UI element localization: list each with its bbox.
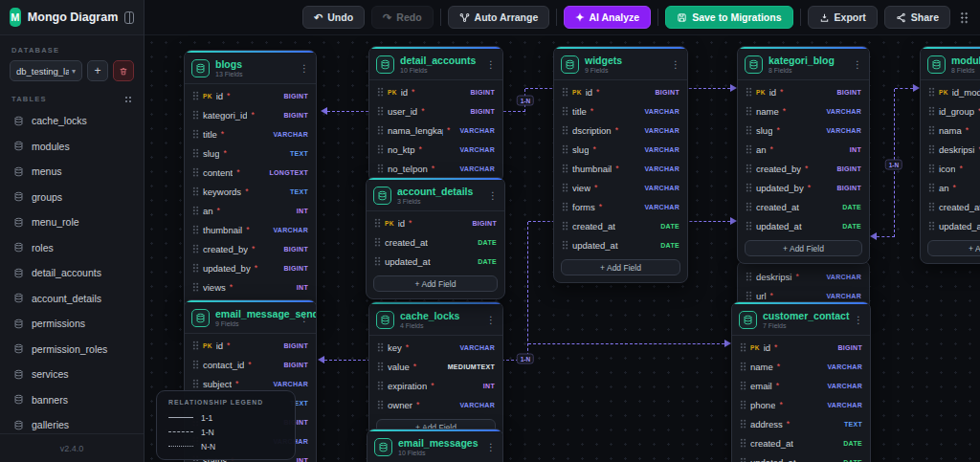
drag-handle-icon[interactable] — [192, 187, 199, 196]
field-row-updated_at[interactable]: updated_atDATE — [732, 452, 870, 462]
table-header[interactable]: widgets9 Fields⋮ — [554, 49, 687, 80]
drag-handle-icon[interactable] — [562, 87, 568, 97]
drag-handle-icon[interactable] — [740, 381, 746, 390]
ai-analyze-button[interactable]: ✦ AI Analyze — [564, 6, 651, 29]
field-row-created_by[interactable]: created_by*BIGINT — [185, 239, 316, 258]
field-row-an[interactable]: an* — [921, 178, 980, 197]
field-row-address[interactable]: address*TEXT — [732, 414, 870, 433]
sidebar-item-menu_role[interactable]: menu_role — [6, 214, 138, 230]
drag-handle-icon[interactable] — [746, 221, 752, 231]
database-select[interactable]: db_testing_lara ▾ — [10, 60, 82, 81]
sidebar-item-roles[interactable]: roles — [6, 240, 138, 255]
field-row-dscription[interactable]: dscription*VARCHAR — [554, 121, 687, 140]
drag-handle-icon[interactable] — [192, 360, 199, 369]
sidebar-item-permission_roles[interactable]: permission_roles — [6, 341, 138, 357]
drag-handle-icon[interactable] — [192, 206, 199, 215]
add-field-button[interactable]: + Add Field — [373, 275, 498, 292]
field-row-created_at[interactable]: created_atDATE — [367, 232, 504, 252]
table-header[interactable]: customer_contact7 Fields⋮ — [732, 304, 870, 336]
drag-handle-icon[interactable] — [928, 106, 935, 116]
drag-handle-icon[interactable] — [746, 125, 752, 135]
field-row-id[interactable]: PKid*BIGINT — [185, 336, 316, 355]
drag-handle-icon[interactable] — [192, 91, 199, 100]
field-row-contact_id[interactable]: contact_id*BIGINT — [185, 355, 316, 374]
field-row-id[interactable]: PKid*BIGINT — [185, 86, 316, 105]
diagram-table-blogs[interactable]: blogs13 Fields⋮PKid*BIGINTkategori_id*BI… — [184, 50, 317, 320]
sidebar-item-groups[interactable]: groups — [6, 189, 138, 205]
field-row-id[interactable]: PKid*BIGINT — [367, 213, 504, 232]
sidebar-item-banners[interactable]: banners — [6, 392, 138, 407]
field-row-id[interactable]: PKid*BIGINT — [738, 82, 869, 101]
field-row-created_at[interactable]: created_atDATE — [732, 433, 870, 452]
drag-handle-icon[interactable] — [377, 164, 384, 173]
field-row-name[interactable]: name*VARCHAR — [732, 357, 870, 376]
drag-handle-icon[interactable] — [377, 87, 384, 97]
share-button[interactable]: Share — [884, 6, 950, 29]
field-row-no_ktp[interactable]: no_ktp*VARCHAR — [369, 140, 502, 159]
drag-handle-icon[interactable] — [374, 237, 381, 247]
field-row-kategori_id[interactable]: kategori_id*BIGINT — [185, 105, 316, 124]
drag-handle-icon[interactable] — [740, 457, 746, 462]
diagram-table-email_messages[interactable]: email_messages10 Fields⋮ — [367, 429, 503, 462]
drag-handle-icon[interactable] — [928, 183, 935, 192]
field-row-created_at[interactable]: created_at — [921, 197, 980, 216]
drag-handle-icon[interactable] — [928, 144, 935, 154]
drag-handle-icon[interactable] — [192, 341, 199, 350]
drag-handle-icon[interactable] — [746, 164, 752, 173]
field-row-key[interactable]: key*VARCHAR — [369, 338, 502, 357]
drag-handle-icon[interactable] — [740, 419, 746, 429]
drag-handle-icon[interactable] — [740, 342, 746, 352]
sidebar-item-modules[interactable]: modules — [6, 139, 138, 154]
field-row-id[interactable]: PKid*BIGINT — [554, 82, 687, 101]
drag-handle-icon[interactable] — [192, 282, 199, 292]
drag-handle-icon[interactable] — [562, 125, 568, 135]
redo-button[interactable]: ↷ Redo — [371, 6, 433, 29]
field-row-id[interactable]: PKid*BIGINT — [369, 82, 502, 101]
sidebar-item-services[interactable]: services — [6, 366, 138, 382]
drag-handle-icon[interactable] — [746, 272, 752, 281]
table-menu-icon[interactable]: ⋮ — [486, 442, 496, 452]
drag-handle-icon[interactable] — [746, 106, 752, 116]
drag-handle-icon[interactable] — [192, 148, 199, 158]
field-row-view[interactable]: view*VARCHAR — [554, 178, 687, 197]
grid-view-icon[interactable] — [124, 96, 132, 103]
diagram-table-widgets[interactable]: widgets9 Fields⋮PKid*BIGINTtitle*VARCHAR… — [553, 46, 688, 283]
drag-handle-icon[interactable] — [740, 400, 746, 409]
drag-handle-icon[interactable] — [377, 125, 384, 135]
drag-handle-icon[interactable] — [377, 381, 384, 390]
field-row-id_module[interactable]: PKid_module — [921, 82, 980, 101]
field-row-nama_lengkap[interactable]: nama_lengkap*VARCHAR — [369, 121, 502, 140]
field-row-title[interactable]: title*VARCHAR — [185, 124, 316, 143]
sidebar-item-galleries[interactable]: galleries — [6, 417, 138, 432]
field-row-no_telpon[interactable]: no_telpon*VARCHAR — [369, 159, 502, 178]
diagram-canvas[interactable]: RELATIONSHIP LEGEND 1-1 1-N N-N deskrips… — [145, 35, 980, 462]
sidebar-item-cache_locks[interactable]: cache_locks — [6, 113, 138, 128]
table-menu-icon[interactable]: ⋮ — [853, 59, 862, 70]
drag-handle-icon[interactable] — [746, 183, 752, 192]
drag-handle-icon[interactable] — [740, 362, 746, 371]
apps-grid-icon[interactable] — [960, 11, 969, 24]
field-row-email[interactable]: email*VARCHAR — [732, 376, 870, 395]
field-row-an[interactable]: an*INT — [185, 201, 316, 220]
drag-handle-icon[interactable] — [928, 87, 935, 97]
diagram-table-detail_accounts[interactable]: detail_accounts10 Fields⋮PKid*BIGINTuser… — [368, 46, 503, 183]
field-row-created_at[interactable]: created_atDATE — [738, 197, 869, 216]
drag-handle-icon[interactable] — [377, 342, 384, 352]
table-menu-icon[interactable]: ⋮ — [486, 59, 496, 70]
export-button[interactable]: Export — [808, 6, 878, 29]
field-row-id_group[interactable]: id_group* — [921, 101, 980, 121]
diagram-table-modules[interactable]: modules8 Fields⋮PKid_moduleid_group*nama… — [920, 46, 980, 264]
drag-handle-icon[interactable] — [746, 144, 752, 154]
table-menu-icon[interactable]: ⋮ — [486, 315, 496, 325]
field-row-content[interactable]: content*LONGTEXT — [185, 163, 316, 182]
field-row-slug[interactable]: slug*VARCHAR — [554, 140, 687, 159]
drag-handle-icon[interactable] — [192, 244, 199, 253]
field-row-phone[interactable]: phone*VARCHAR — [732, 395, 870, 414]
table-header[interactable]: email_message_sending9 Fields⋮ — [185, 302, 316, 334]
field-row-updated_at[interactable]: updated_at — [921, 216, 980, 235]
drag-handle-icon[interactable] — [377, 400, 384, 409]
drag-handle-icon[interactable] — [562, 202, 568, 211]
table-header[interactable]: blogs13 Fields⋮ — [185, 53, 316, 84]
field-row-updated_at[interactable]: updated_atDATE — [738, 216, 869, 235]
field-row-updated_at[interactable]: updated_atDATE — [367, 252, 504, 271]
